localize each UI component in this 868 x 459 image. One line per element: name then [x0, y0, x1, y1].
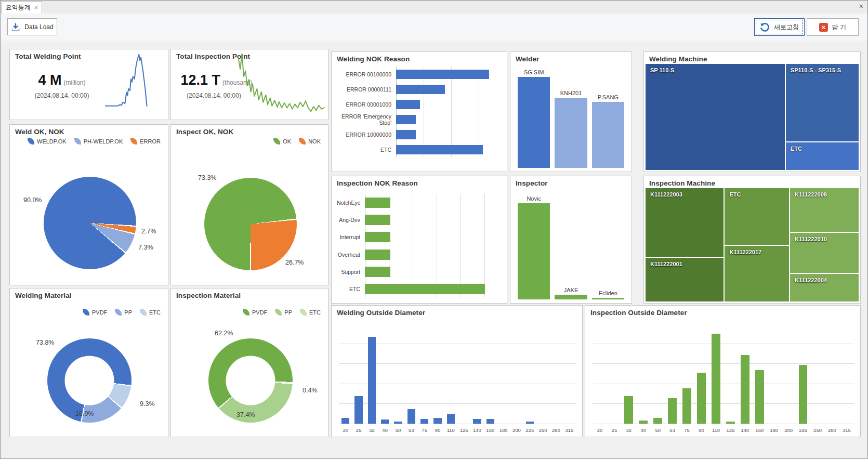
bar[interactable] [668, 398, 677, 424]
treemap-block-label: SP110-S - SP315-S [791, 67, 859, 73]
bar-category-label: Ecliden [599, 290, 617, 296]
axis-tick-label: 110 [444, 427, 457, 433]
axis-tick-label: 200 [781, 427, 796, 433]
treemap-block[interactable]: ETC [724, 188, 790, 245]
bar[interactable] [433, 418, 441, 424]
axis-tick-label: 110 [709, 427, 724, 433]
bar[interactable] [381, 419, 389, 424]
bar[interactable] [447, 414, 455, 424]
bar[interactable] [592, 102, 624, 168]
bar-track [365, 246, 499, 263]
treemap-block[interactable]: ETC [785, 142, 859, 171]
legend-swatch-icon [140, 309, 147, 316]
axis-tick-label: 225 [796, 427, 810, 433]
bar[interactable] [396, 130, 416, 139]
histogram-slot [536, 326, 549, 424]
bar[interactable] [365, 215, 390, 225]
bar[interactable] [555, 295, 587, 299]
histogram-slot [752, 326, 767, 424]
bar[interactable] [365, 267, 390, 277]
data-label: 90.0% [23, 196, 42, 204]
panel-title: Inspection Machine [649, 179, 715, 187]
treemap-block-label: K111222010 [795, 236, 859, 242]
bar[interactable] [396, 115, 416, 124]
bar[interactable] [365, 250, 390, 260]
bar[interactable] [624, 396, 633, 424]
treemap-block[interactable]: SP 110-S [645, 63, 785, 171]
histogram-slot [796, 326, 810, 424]
treemap-block[interactable]: K111222001 [645, 257, 724, 302]
hbar-chart: ERROR 00100000 ERROR 00000111 ERROR 0000… [337, 67, 499, 157]
bar[interactable] [518, 77, 550, 168]
bar-track [396, 142, 499, 157]
histogram-slot [378, 326, 391, 424]
axis-tick-label: 32 [622, 427, 636, 433]
close-button[interactable]: × 닫 기 [807, 18, 859, 36]
bar[interactable] [555, 98, 587, 168]
panel-title: Total Welding Point [15, 53, 81, 60]
bar[interactable] [653, 418, 662, 424]
bar[interactable] [396, 100, 420, 109]
panel-inspector: Inspector Novic JAKE Ecliden [510, 176, 632, 304]
bar[interactable] [365, 284, 485, 294]
panel-welding-material: Welding Material PVDF PP ETC 73.8%9.3%16… [9, 288, 168, 437]
treemap-block[interactable]: K111222008 [790, 188, 859, 232]
treemap-block[interactable]: K111222003 [645, 188, 724, 257]
bar[interactable] [407, 409, 415, 424]
panel-title: Inspect OK, NOK [176, 128, 233, 136]
treemap-chart: SP 110-S SP110-S - SP315-S ETC [645, 63, 859, 171]
window-close-icon[interactable]: × [859, 2, 863, 10]
legend-swatch-icon [299, 138, 306, 145]
legend-item: PP [275, 309, 292, 316]
bar[interactable] [396, 70, 489, 79]
tab-summary-statistics[interactable]: 요약통계 × [2, 1, 42, 14]
bar[interactable] [697, 373, 706, 424]
refresh-button[interactable]: 새로고침 [754, 18, 805, 36]
axis-tick-label: 25 [607, 427, 622, 433]
histogram-slot [549, 326, 562, 424]
bar-category-label: ETC [337, 286, 365, 292]
axis-tick-label: 140 [738, 427, 752, 433]
bar[interactable] [473, 419, 481, 424]
bar[interactable] [639, 421, 648, 424]
treemap-block[interactable]: K111222010 [790, 232, 859, 273]
data-load-button[interactable]: Data Load [7, 18, 57, 35]
axis-tick-label: 63 [405, 427, 418, 433]
bar[interactable] [755, 370, 764, 424]
panel-inspection-machine: Inspection Machine K111222003 K111222001… [643, 176, 861, 304]
treemap-block[interactable]: SP110-S - SP315-S [785, 63, 859, 142]
bar[interactable] [712, 334, 720, 424]
tab-close-icon[interactable]: × [34, 4, 38, 11]
bar[interactable] [741, 355, 749, 424]
histogram-slot [484, 326, 497, 424]
bar[interactable] [726, 422, 735, 424]
bar[interactable] [396, 145, 483, 154]
bar[interactable] [526, 422, 534, 424]
bar[interactable] [341, 418, 349, 424]
bar[interactable] [420, 419, 428, 424]
panel-total-inspection-point: Total Inspection Point 12.1 T(thousand) … [170, 49, 328, 120]
legend-swatch-icon [273, 138, 280, 145]
histogram-slot [593, 326, 607, 424]
bar-row: ERROR 'Emergency Stop' [337, 112, 499, 127]
bar[interactable] [394, 422, 402, 424]
bar-track [365, 229, 499, 246]
panel-title: Welder [516, 55, 539, 63]
axis-tick-label: 180 [497, 427, 510, 433]
treemap-block[interactable]: K111222004 [790, 273, 859, 302]
bar[interactable] [486, 419, 494, 424]
bar[interactable] [518, 203, 550, 299]
treemap-block[interactable]: K111222017 [724, 245, 790, 302]
bar[interactable] [682, 388, 691, 424]
panel-title: Inspection NOK Reason [337, 179, 418, 187]
bar[interactable] [799, 365, 808, 424]
bar[interactable] [354, 396, 362, 424]
bar[interactable] [365, 232, 390, 242]
bar[interactable] [368, 337, 376, 424]
bar-row: ETC [337, 142, 499, 157]
bar[interactable] [365, 198, 390, 208]
axis-tick-label: 50 [391, 427, 404, 433]
axis-tick-label: 63 [665, 427, 680, 433]
bar[interactable] [396, 85, 445, 94]
bar[interactable] [592, 298, 624, 299]
